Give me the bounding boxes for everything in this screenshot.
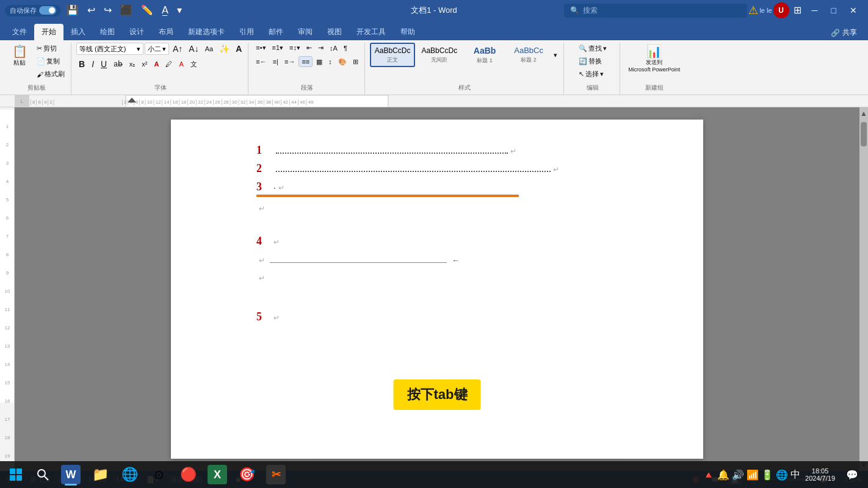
share-button[interactable]: 🔗 共享 [826,25,862,40]
select-button[interactable]: ↖ 选择 ▾ [576,68,606,80]
shading-button[interactable]: 🎨 [336,56,349,67]
italic-button[interactable]: I [89,58,96,70]
save-button[interactable]: 💾 [63,4,82,17]
taskbar-file-explorer[interactable]: 📁 [87,462,114,487]
underline-button[interactable]: U [98,58,109,70]
sort-button[interactable]: ↕A [327,43,340,53]
font-size-selector[interactable]: 小二 ▾ [145,43,169,55]
taskbar-excel[interactable]: X [204,462,231,487]
send-to-ppt-button[interactable]: 📊 发送到 Microsoft PowerPoint [625,43,683,75]
tab-developer[interactable]: 开发工具 [349,24,393,40]
phonetic-button[interactable]: 文 [188,59,200,70]
align-center-button[interactable]: ≡| [270,56,281,67]
autosave-label: 自动保存 [10,6,37,15]
ruler-corner[interactable]: L [15,95,29,107]
customize-button[interactable]: ✏️ [138,4,156,17]
paste-button[interactable]: 📋 粘贴 [6,43,33,70]
tab-draw[interactable]: 绘图 [93,24,122,40]
taskbar-chrome[interactable]: ⊙ [145,462,172,487]
align-justify-button[interactable]: ≡≡ [298,56,313,67]
superscript-button[interactable]: x² [139,59,150,69]
tab-design[interactable]: 设计 [122,24,151,40]
doc-line-1[interactable]: 1 ↵ [256,144,618,159]
tab-view[interactable]: 视图 [320,24,349,40]
more-button[interactable]: ⬛ [117,4,136,17]
copy-button[interactable]: 📄 复制 [34,56,67,67]
styles-expand-button[interactable]: ▾ [551,43,560,67]
taskbar-search-button[interactable] [31,462,55,487]
autosave-badge[interactable]: 自动保存 [5,5,61,16]
case-button[interactable]: Aa [203,43,215,55]
find-button[interactable]: 🔍 查找 ▾ [576,43,609,54]
align-right-button[interactable]: ≡→ [282,56,297,67]
tab-help[interactable]: 帮助 [393,24,422,40]
replace-button[interactable]: 🔄 替换 [576,56,604,67]
title-search-box[interactable]: 🔍 搜索 [564,4,747,18]
font-grow-button[interactable]: A↑ [170,43,185,55]
strikethrough-button[interactable]: ab̶ [111,59,125,70]
options-button[interactable]: ▾ [174,4,185,17]
tab-file[interactable]: 文件 [5,24,34,40]
notification-button[interactable]: 💬 [840,462,864,487]
style-h1[interactable]: AaBb 标题 1 [463,43,506,67]
increase-indent-button[interactable]: ⇥ [316,43,326,53]
scroll-up-button[interactable]: ▲ [858,107,868,120]
tab-home[interactable]: 开始 [34,24,63,40]
close-button[interactable]: ✕ [844,3,863,18]
style-normal[interactable]: AaBbCcDc 正文 [370,43,416,67]
multi-list-button[interactable]: ≡↕▾ [287,43,303,53]
minimize-button[interactable]: ─ [806,3,824,18]
tab-mailings[interactable]: 邮件 [261,24,291,40]
doc-line-3[interactable]: 3 · ↵ [256,181,618,201]
autosave-toggle[interactable] [39,6,56,15]
font-shrink-button[interactable]: A↓ [186,43,201,55]
tab-layout[interactable]: 布局 [151,24,181,40]
ordered-list-button[interactable]: ≡1▾ [270,43,286,53]
text-highlight-button[interactable]: 🖊 [163,59,175,69]
style-h2[interactable]: AaBbCc 标题 2 [507,43,550,67]
doc-line-5[interactable]: 5 ↵ [256,310,618,325]
start-button[interactable] [4,462,28,487]
right-scrollbar[interactable]: ▲ ▼ [859,107,868,471]
font-family-selector[interactable]: 等线 (西文正文) ▾ [76,43,143,55]
borders-button[interactable]: ⊞ [350,56,361,67]
cut-button[interactable]: ✂ 剪切 [34,43,67,54]
doc-line-4b[interactable]: ↵ ← [256,256,618,270]
redo-button[interactable]: ↪ [101,4,115,17]
taskbar-edge[interactable]: 🌐 [116,462,143,487]
font-color-button[interactable]: A [152,59,162,69]
time-display[interactable]: 18:05 2024/7/19 [805,467,835,482]
scroll-thumb[interactable] [861,122,867,146]
tab-references[interactable]: 引用 [232,24,261,40]
subscript-button[interactable]: x₂ [127,59,138,70]
tab-insert[interactable]: 插入 [63,24,93,40]
taskbar-app8[interactable]: ✂ [262,462,289,487]
columns-button[interactable]: ▦ [314,56,325,67]
taskbar-app7[interactable]: 🎯 [233,462,260,487]
doc-line-4[interactable]: 4 ↵ [256,235,618,249]
style-no-space[interactable]: AaBbCcDc 无间距 [416,43,462,67]
shading-color-button[interactable]: A [176,59,186,69]
font-big-A-button[interactable]: A [233,43,244,55]
align-left-button[interactable]: ≡← [253,56,269,67]
unordered-list-button[interactable]: ≡•▾ [253,43,268,53]
line-spacing-button[interactable]: ↕ [326,56,335,67]
taskbar-app5[interactable]: 🔴 [175,462,201,487]
grid-icon[interactable]: ⊞ [790,4,805,17]
taskbar-word-app[interactable]: W [57,462,84,487]
doc-line-2[interactable]: 2 ↵ [256,162,618,177]
painter-button[interactable]: 🖌 格式刷 [34,68,67,80]
tab-review[interactable]: 审阅 [291,24,320,40]
underline-quick-button[interactable]: A̲ [159,4,172,17]
undo-button[interactable]: ↩ [84,4,98,17]
user-avatar[interactable]: U [773,2,789,18]
highlight-button[interactable]: ✨ [217,43,232,55]
doc-line-3b[interactable]: ↵ [256,204,618,219]
decrease-indent-button[interactable]: ⇤ [304,43,314,53]
doc-line-4c[interactable]: ↵ [256,274,618,289]
tab-new-tab[interactable]: 新建选项卡 [181,24,232,40]
doc-scroll[interactable]: 1 ↵ 2 ↵ 3 · ↵ [15,107,859,471]
bold-button[interactable]: B [76,58,87,70]
maximize-button[interactable]: □ [825,3,842,18]
show-marks-button[interactable]: ¶ [341,43,350,53]
